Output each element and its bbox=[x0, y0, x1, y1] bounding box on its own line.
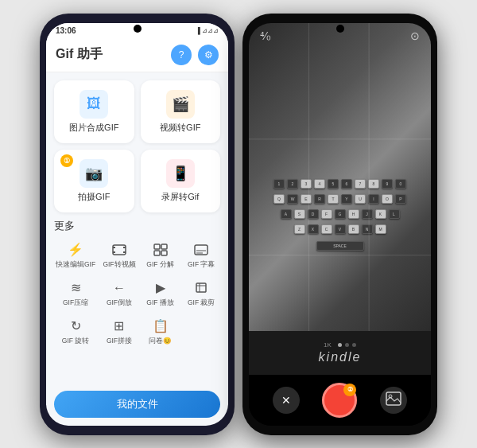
gif-reverse-label: GIF倒放 bbox=[107, 298, 132, 308]
video-icon: 🎬 bbox=[166, 90, 195, 119]
gif-merge-label: GIF拼接 bbox=[107, 337, 132, 346]
shutter-button[interactable]: ② bbox=[322, 383, 357, 418]
gif-play-button[interactable]: ▶ GIF 播放 bbox=[142, 276, 180, 311]
svg-rect-8 bbox=[161, 251, 167, 255]
gallery-icon bbox=[386, 392, 401, 408]
image-to-gif-button[interactable]: 🖼 图片合成GIF bbox=[54, 80, 134, 143]
video-to-gif-label: 视频转GIF bbox=[160, 122, 200, 134]
question-button[interactable]: ? bbox=[171, 45, 192, 65]
more-section: 更多 ⚡ 快速编辑GIF bbox=[54, 219, 220, 380]
svg-rect-5 bbox=[154, 244, 160, 249]
gif-compress-button[interactable]: ≋ GIF压缩 bbox=[54, 276, 97, 311]
punch-hole-left bbox=[134, 25, 142, 33]
main-function-grid: 🖼 图片合成GIF 🎬 视频转GIF ① 📷 拍摄GIF 📱 bbox=[54, 80, 220, 212]
dot-1 bbox=[338, 343, 342, 347]
reverse-icon: ← bbox=[113, 279, 126, 297]
record-icon: 📱 bbox=[166, 159, 195, 188]
gif-split-button[interactable]: GIF 分解 bbox=[142, 238, 180, 273]
gif-crop-button[interactable]: GIF 裁剪 bbox=[182, 276, 220, 311]
image-icon: 🖼 bbox=[80, 90, 108, 119]
app-content: 🖼 图片合成GIF 🎬 视频转GIF ① 📷 拍摄GIF 📱 bbox=[46, 72, 228, 426]
crop-icon bbox=[194, 279, 208, 297]
survey-icon: 📋 bbox=[153, 317, 169, 335]
gif-crop-label: GIF 裁剪 bbox=[188, 298, 215, 308]
my-files-button[interactable]: 我的文件 bbox=[54, 391, 220, 418]
gif-split-label: GIF 分解 bbox=[146, 260, 174, 270]
status-time: 13:06 bbox=[56, 26, 76, 35]
screen-record-button[interactable]: 📱 录屏转Gif bbox=[141, 150, 221, 212]
camera-settings-icon[interactable]: ⊙ bbox=[410, 29, 420, 42]
flash-icon[interactable]: ⁴⁄₀ bbox=[260, 29, 271, 42]
gif-to-video-label: GIF转视频 bbox=[103, 260, 135, 270]
question-icon: ? bbox=[179, 49, 184, 60]
left-screen: 13:06 ▐ ⊿⊿⊿ Gif 助手 ? ⚙ bbox=[46, 23, 228, 426]
image-to-gif-label: 图片合成GIF bbox=[69, 122, 118, 134]
right-screen: ⁴⁄₀ ⊙ 1234567890 QWERTYUIOP ASD bbox=[249, 23, 431, 426]
gif-subtitle-button[interactable]: GIF 字幕 bbox=[182, 238, 220, 273]
survey-button[interactable]: 📋 问卷😊 bbox=[142, 314, 180, 349]
svg-rect-3 bbox=[113, 251, 115, 253]
rotate-icon: ↻ bbox=[71, 317, 81, 335]
video-to-gif-button[interactable]: 🎬 视频转GIF bbox=[141, 80, 221, 143]
survey-label: 问卷😊 bbox=[149, 337, 172, 346]
more-title: 更多 bbox=[54, 219, 220, 233]
movie-icon bbox=[112, 241, 126, 259]
gif-merge-button[interactable]: ⊞ GIF拼接 bbox=[100, 314, 138, 349]
right-phone: ⁴⁄₀ ⊙ 1234567890 QWERTYUIOP ASD bbox=[242, 14, 437, 435]
svg-rect-4 bbox=[123, 251, 126, 253]
shutter-badge: ② bbox=[343, 384, 356, 396]
play-icon: ▶ bbox=[156, 279, 165, 297]
new-badge: ① bbox=[60, 154, 73, 167]
gif-reverse-button[interactable]: ← GIF倒放 bbox=[100, 276, 138, 311]
subtitle-icon bbox=[194, 241, 208, 259]
quick-edit-label: 快速编辑GIF bbox=[56, 260, 95, 270]
gif-rotate-button[interactable]: ↻ GIF 旋转 bbox=[54, 314, 97, 349]
settings-button[interactable]: ⚙ bbox=[198, 45, 219, 65]
lightning-icon: ⚡ bbox=[68, 241, 83, 259]
screen-record-label: 录屏转Gif bbox=[161, 191, 199, 203]
capture-gif-label: 拍摄GIF bbox=[78, 191, 110, 203]
gif-play-label: GIF 播放 bbox=[146, 298, 174, 308]
merge-icon: ⊞ bbox=[114, 317, 124, 335]
quick-edit-button[interactable]: ⚡ 快速编辑GIF bbox=[54, 238, 97, 273]
svg-rect-1 bbox=[113, 247, 115, 248]
split-icon bbox=[153, 241, 168, 259]
camera-preview: 1234567890 QWERTYUIOP ASDFGHJKL ZXCVBNM bbox=[249, 23, 431, 375]
camera-viewfinder: 1234567890 QWERTYUIOP ASDFGHJKL ZXCVBNM bbox=[249, 23, 431, 375]
svg-rect-2 bbox=[123, 247, 126, 248]
camera-controls: ✕ ② bbox=[249, 375, 431, 426]
status-icons: ▐ ⊿⊿⊿ bbox=[196, 27, 219, 34]
gallery-button[interactable] bbox=[380, 387, 407, 414]
gif-compress-label: GIF压缩 bbox=[63, 298, 88, 308]
svg-rect-6 bbox=[161, 244, 167, 249]
battery-icon: ▐ ⊿⊿⊿ bbox=[196, 27, 219, 34]
camera-icon: 📷 bbox=[80, 159, 108, 188]
dot-2 bbox=[345, 343, 349, 347]
punch-hole-right bbox=[336, 25, 344, 33]
left-phone: 13:06 ▐ ⊿⊿⊿ Gif 助手 ? ⚙ bbox=[40, 14, 235, 435]
gif-subtitle-label: GIF 字幕 bbox=[188, 260, 215, 270]
resolution-label: 1K bbox=[324, 341, 332, 349]
header-icons: ? ⚙ bbox=[171, 45, 219, 65]
app-title: Gif 助手 bbox=[56, 46, 103, 63]
settings-icon: ⚙ bbox=[204, 49, 213, 60]
dot-3 bbox=[352, 343, 356, 347]
capture-gif-button[interactable]: ① 📷 拍摄GIF bbox=[54, 150, 134, 212]
svg-rect-12 bbox=[196, 283, 206, 292]
close-icon: ✕ bbox=[281, 394, 291, 407]
kindle-label: kindle bbox=[319, 350, 362, 364]
more-grid: ⚡ 快速编辑GIF bbox=[54, 238, 220, 349]
app-header: Gif 助手 ? ⚙ bbox=[46, 38, 228, 72]
close-button[interactable]: ✕ bbox=[273, 387, 300, 414]
gif-rotate-label: GIF 旋转 bbox=[62, 337, 90, 346]
svg-rect-0 bbox=[113, 245, 126, 255]
gif-to-video-button[interactable]: GIF转视频 bbox=[100, 238, 138, 273]
kindle-area: 1K kindle bbox=[249, 331, 431, 375]
svg-rect-7 bbox=[154, 251, 160, 255]
kindle-dots: 1K bbox=[324, 341, 356, 349]
compress-icon: ≋ bbox=[71, 279, 81, 297]
